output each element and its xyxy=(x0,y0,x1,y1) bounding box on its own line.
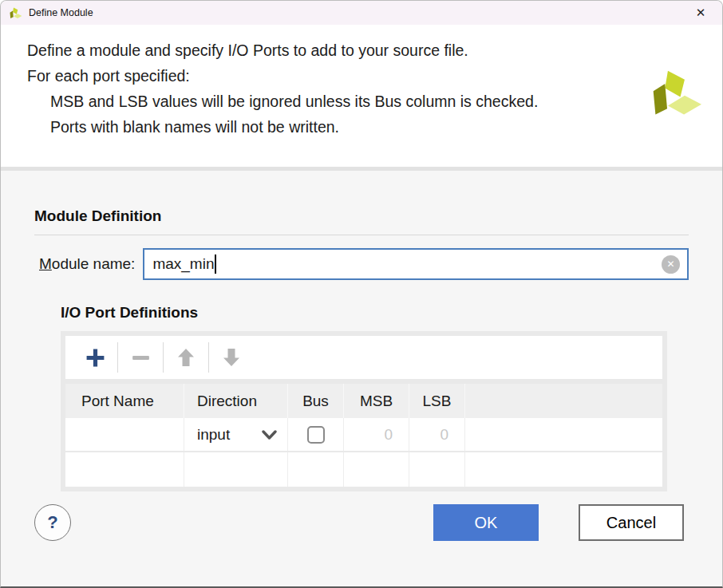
toolbar-separator xyxy=(208,342,209,373)
filler-cell xyxy=(464,418,662,451)
column-header-filler xyxy=(464,384,662,418)
add-port-button[interactable] xyxy=(77,339,113,376)
table-row: input 0 0 xyxy=(65,418,662,452)
arrow-up-icon xyxy=(176,347,196,368)
section-rule xyxy=(34,235,689,235)
titlebar: Define Module ✕ xyxy=(1,1,722,25)
description-line-3: MSB and LSB values will be ignored unles… xyxy=(27,89,634,114)
direction-value: input xyxy=(197,426,230,444)
cancel-button[interactable]: Cancel xyxy=(579,504,684,541)
vivado-icon xyxy=(9,7,22,19)
toolbar-separator xyxy=(117,342,118,373)
msb-cell[interactable]: 0 xyxy=(343,418,409,451)
table-header-row: Port Name Direction Bus MSB LSB xyxy=(65,384,662,418)
bus-cell[interactable] xyxy=(287,418,343,451)
column-header-bus[interactable]: Bus xyxy=(287,384,343,418)
text-caret xyxy=(215,255,216,274)
column-header-msb[interactable]: MSB xyxy=(343,384,409,418)
plus-icon xyxy=(85,347,106,369)
dialog-body: Module Definition Module name: max_min ✕… xyxy=(1,171,722,586)
bus-checkbox[interactable] xyxy=(307,426,325,444)
port-name-cell[interactable] xyxy=(65,418,184,451)
module-name-value: max_min xyxy=(152,255,214,273)
port-table-toolbar xyxy=(65,336,662,379)
vivado-logo xyxy=(650,66,701,120)
io-port-definitions-heading: I/O Port Definitions xyxy=(61,304,689,322)
filler-cell xyxy=(464,452,662,487)
msb-cell[interactable] xyxy=(343,452,409,487)
lsb-cell[interactable] xyxy=(409,452,464,487)
column-header-direction[interactable]: Direction xyxy=(184,384,287,418)
bus-cell[interactable] xyxy=(287,452,343,487)
arrow-down-icon xyxy=(221,347,242,368)
column-header-port-name[interactable]: Port Name xyxy=(65,384,184,418)
define-module-dialog: Define Module ✕ Define a module and spec… xyxy=(0,0,723,588)
move-port-down-button[interactable] xyxy=(213,339,250,376)
close-icon[interactable]: ✕ xyxy=(689,2,713,23)
description-line-1: Define a module and specify I/O Ports to… xyxy=(27,37,634,63)
window-title: Define Module xyxy=(29,7,93,18)
port-name-cell[interactable] xyxy=(65,452,184,487)
table-row xyxy=(65,452,662,487)
clear-input-icon[interactable]: ✕ xyxy=(662,255,680,274)
module-name-label: Module name: xyxy=(34,255,135,273)
column-header-lsb[interactable]: LSB xyxy=(409,384,464,418)
minus-icon xyxy=(130,347,152,369)
lsb-cell[interactable]: 0 xyxy=(409,418,464,451)
toolbar-separator xyxy=(163,342,164,373)
chevron-down-icon xyxy=(262,429,277,440)
description-line-4: Ports with blank names will not be writt… xyxy=(27,114,634,140)
ok-button[interactable]: OK xyxy=(433,504,539,541)
dialog-footer: ? OK Cancel xyxy=(34,504,684,541)
module-name-row: Module name: max_min ✕ xyxy=(34,248,689,280)
io-port-table: Port Name Direction Bus MSB LSB input 0 … xyxy=(61,331,667,491)
description-line-2: For each port specified: xyxy=(27,63,634,89)
dialog-description: Define a module and specify I/O Ports to… xyxy=(1,25,722,167)
direction-select[interactable]: input xyxy=(184,418,287,451)
module-name-input[interactable]: max_min ✕ xyxy=(143,248,689,280)
direction-cell[interactable] xyxy=(184,452,287,487)
help-button[interactable]: ? xyxy=(34,504,71,541)
move-port-up-button[interactable] xyxy=(168,339,204,376)
module-definition-heading: Module Definition xyxy=(34,207,689,225)
remove-port-button[interactable] xyxy=(122,339,159,376)
